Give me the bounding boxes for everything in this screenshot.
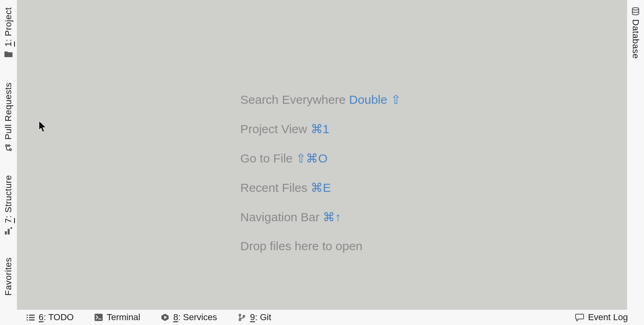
svg-rect-7 [29, 315, 35, 316]
toolwindow-todo[interactable]: 6: TODO [27, 312, 74, 323]
speech-bubble-icon [575, 313, 584, 321]
svg-rect-11 [29, 319, 35, 321]
toolwindow-label: Pull Requests [3, 82, 14, 140]
git-branch-icon [238, 313, 246, 321]
svg-rect-8 [27, 317, 28, 318]
toolwindow-label: 7: Structure [3, 175, 14, 223]
list-icon [27, 314, 35, 321]
toolwindow-pull-requests[interactable]: Pull Requests [0, 82, 17, 159]
hint-go-to-file: Go to File ⇧⌘O [240, 151, 328, 165]
svg-point-15 [239, 314, 241, 316]
toolwindow-favorites[interactable]: Favorites [0, 257, 17, 306]
toolwindow-label: 1: Project [3, 7, 14, 47]
event-log-button[interactable]: Event Log [575, 312, 628, 323]
editor-empty-area[interactable]: Search Everywhere Double ⇧ Project View … [17, 0, 627, 310]
hint-shortcut: ⇧⌘O [296, 152, 327, 165]
hint-label: Project View [240, 122, 307, 136]
svg-rect-12 [95, 314, 103, 321]
hint-search-everywhere: Search Everywhere Double ⇧ [240, 93, 401, 107]
toolwindow-label: Database [630, 19, 641, 59]
svg-rect-9 [29, 317, 35, 318]
toolwindow-label: 9: Git [250, 312, 271, 323]
left-tool-stripe: 1: Project Pull Requests 7: Structure Fa [0, 0, 17, 310]
services-icon [161, 313, 169, 321]
toolwindow-label: Favorites [3, 257, 14, 296]
toolwindow-database[interactable]: Database [627, 7, 644, 72]
event-log-label: Event Log [588, 312, 628, 323]
svg-rect-6 [27, 315, 28, 316]
svg-point-5 [632, 8, 639, 10]
folder-icon [4, 51, 12, 57]
hint-shortcut: ⌘1 [311, 122, 330, 136]
structure-icon [5, 227, 12, 234]
svg-point-17 [243, 315, 245, 317]
bottom-tool-bar: 6: TODO Terminal 8: Services 9: Git Even… [0, 310, 644, 325]
hint-shortcut: Double ⇧ [349, 93, 400, 106]
toolwindow-structure[interactable]: 7: Structure [0, 175, 17, 245]
svg-rect-10 [27, 319, 28, 321]
hint-navigation-bar: Navigation Bar ⌘↑ [240, 210, 341, 224]
hint-project-view: Project View ⌘1 [240, 122, 329, 136]
hint-shortcut: ⌘↑ [323, 210, 341, 224]
toolwindow-label: Terminal [107, 312, 140, 323]
toolwindow-services[interactable]: 8: Services [161, 312, 217, 323]
hint-label: Search Everywhere [240, 93, 346, 106]
terminal-icon [95, 314, 103, 321]
toolwindow-label: 8: Services [173, 312, 217, 323]
toolwindow-label: 6: TODO [39, 312, 74, 323]
hint-drop-files: Drop files here to open [240, 239, 363, 253]
toolwindow-git[interactable]: 9: Git [238, 312, 271, 323]
hint-recent-files: Recent Files ⌘E [240, 181, 331, 195]
database-icon [632, 7, 640, 15]
hint-label: Recent Files [240, 181, 308, 194]
editor-hints: Search Everywhere Double ⇧ Project View … [17, 93, 627, 253]
right-tool-stripe: Database [627, 0, 644, 310]
hint-label: Go to File [240, 152, 293, 165]
svg-rect-4 [10, 227, 12, 229]
toolwindow-project[interactable]: 1: Project [0, 7, 17, 68]
hint-shortcut: ⌘E [311, 181, 331, 194]
pull-request-icon [4, 144, 12, 152]
toolwindow-terminal[interactable]: Terminal [95, 312, 140, 323]
hint-label: Drop files here to open [240, 239, 363, 253]
hint-label: Navigation Bar [240, 210, 320, 224]
svg-rect-3 [8, 229, 10, 234]
svg-rect-2 [5, 231, 7, 234]
svg-point-16 [239, 319, 241, 321]
